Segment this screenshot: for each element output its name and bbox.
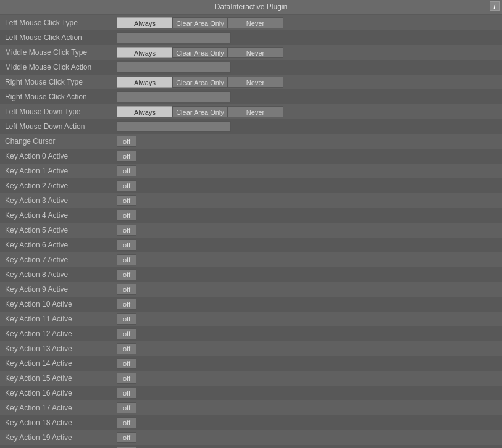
row-left-mouse-click-type: Left Mouse Click TypeAlwaysClear Area On… — [0, 15, 502, 30]
toggle-group-middle-mouse-click-type: AlwaysClear Area OnlyNever — [117, 47, 283, 58]
row-key-action-6: Key Action 6 Activeoff — [0, 238, 502, 252]
action-input-right-mouse-click-action[interactable] — [117, 91, 231, 102]
toggle-group-left-mouse-down-type: AlwaysClear Area OnlyNever — [117, 106, 283, 117]
off-button-key-action-9[interactable]: off — [117, 284, 136, 295]
row-key-action-17: Key Action 17 Activeoff — [0, 400, 502, 415]
row-middle-mouse-click-type: Middle Mouse Click TypeAlwaysClear Area … — [0, 45, 502, 60]
main-content: Left Mouse Click TypeAlwaysClear Area On… — [0, 14, 502, 448]
toggle-btn-left-mouse-down-type-always[interactable]: Always — [117, 106, 172, 117]
row-key-action-8: Key Action 8 Activeoff — [0, 267, 502, 282]
off-button-key-action-15[interactable]: off — [117, 373, 136, 384]
label-key-action-6: Key Action 6 Active — [2, 241, 117, 249]
label-left-mouse-click-action: Left Mouse Click Action — [2, 33, 117, 42]
row-key-action-11: Key Action 11 Activeoff — [0, 312, 502, 326]
label-key-action-13: Key Action 13 Active — [2, 344, 117, 353]
toggle-btn-left-mouse-click-type-never[interactable]: Never — [228, 17, 283, 28]
off-button-key-action-2[interactable]: off — [117, 180, 136, 191]
label-left-mouse-down-action: Left Mouse Down Action — [2, 122, 117, 131]
off-button-key-action-7[interactable]: off — [117, 254, 136, 265]
label-key-action-4: Key Action 4 Active — [2, 211, 117, 220]
label-key-action-3: Key Action 3 Active — [2, 196, 117, 205]
off-button-key-action-5[interactable]: off — [117, 225, 136, 236]
row-key-action-7: Key Action 7 Activeoff — [0, 252, 502, 267]
row-key-action-19: Key Action 19 Activeoff — [0, 430, 502, 445]
label-middle-mouse-click-action: Middle Mouse Click Action — [2, 63, 117, 72]
off-button-key-action-6[interactable]: off — [117, 239, 136, 251]
row-key-action-10: Key Action 10 Activeoff — [0, 297, 502, 312]
toggle-btn-right-mouse-click-type-clear-area-only[interactable]: Clear Area Only — [172, 77, 228, 88]
label-key-action-2: Key Action 2 Active — [2, 181, 117, 190]
off-button-key-action-11[interactable]: off — [117, 313, 136, 325]
row-key-action-12: Key Action 12 Activeoff — [0, 326, 502, 341]
row-left-mouse-down-type: Left Mouse Down TypeAlwaysClear Area Onl… — [0, 104, 502, 119]
toggle-btn-middle-mouse-click-type-always[interactable]: Always — [117, 47, 172, 58]
row-key-action-14: Key Action 14 Activeoff — [0, 356, 502, 371]
row-left-mouse-down-action: Left Mouse Down Action — [0, 119, 502, 134]
off-button-key-action-0[interactable]: off — [117, 151, 136, 162]
off-button-key-action-13[interactable]: off — [117, 343, 136, 354]
off-button-key-action-14[interactable]: off — [117, 358, 136, 369]
row-key-action-13: Key Action 13 Activeoff — [0, 341, 502, 356]
row-key-action-3: Key Action 3 Activeoff — [0, 193, 502, 208]
off-button-key-action-12[interactable]: off — [117, 328, 136, 339]
row-left-mouse-click-action: Left Mouse Click Action — [0, 30, 502, 45]
label-key-action-1: Key Action 1 Active — [2, 167, 117, 175]
toggle-btn-left-mouse-click-type-clear-area-only[interactable]: Clear Area Only — [172, 17, 228, 28]
label-change-cursor: Change Cursor — [2, 137, 117, 146]
action-input-left-mouse-down-action[interactable] — [117, 121, 231, 132]
content-area[interactable]: Left Mouse Click TypeAlwaysClear Area On… — [0, 14, 502, 448]
window-title: DataInteractive Plugin — [215, 2, 287, 11]
toggle-btn-left-mouse-down-type-never[interactable]: Never — [228, 106, 283, 117]
action-input-middle-mouse-click-action[interactable] — [117, 62, 231, 73]
row-key-action-9: Key Action 9 Activeoff — [0, 282, 502, 297]
row-key-action-15: Key Action 15 Activeoff — [0, 371, 502, 386]
toggle-group-left-mouse-click-type: AlwaysClear Area OnlyNever — [117, 17, 283, 28]
off-button-change-cursor[interactable]: off — [117, 136, 136, 147]
label-key-action-9: Key Action 9 Active — [2, 285, 117, 294]
label-left-mouse-click-type: Left Mouse Click Type — [2, 19, 117, 27]
label-key-action-17: Key Action 17 Active — [2, 404, 117, 412]
action-input-left-mouse-click-action[interactable] — [117, 32, 231, 43]
info-button[interactable]: i — [490, 1, 500, 11]
label-key-action-11: Key Action 11 Active — [2, 315, 117, 323]
label-left-mouse-down-type: Left Mouse Down Type — [2, 107, 117, 116]
row-key-action-2: Key Action 2 Activeoff — [0, 178, 502, 193]
row-key-action-16: Key Action 16 Activeoff — [0, 386, 502, 400]
label-key-action-14: Key Action 14 Active — [2, 359, 117, 368]
label-key-action-7: Key Action 7 Active — [2, 255, 117, 264]
off-button-key-action-10[interactable]: off — [117, 299, 136, 310]
row-key-action-18: Key Action 18 Activeoff — [0, 415, 502, 430]
off-button-key-action-16[interactable]: off — [117, 388, 136, 399]
title-bar: DataInteractive Plugin i — [0, 0, 502, 14]
label-middle-mouse-click-type: Middle Mouse Click Type — [2, 48, 117, 57]
row-right-mouse-click-type: Right Mouse Click TypeAlwaysClear Area O… — [0, 75, 502, 89]
label-key-action-15: Key Action 15 Active — [2, 374, 117, 383]
toggle-btn-left-mouse-click-type-always[interactable]: Always — [117, 17, 172, 28]
off-button-key-action-17[interactable]: off — [117, 402, 136, 413]
row-middle-mouse-click-action: Middle Mouse Click Action — [0, 60, 502, 75]
row-right-mouse-click-action: Right Mouse Click Action — [0, 89, 502, 104]
toggle-btn-middle-mouse-click-type-clear-area-only[interactable]: Clear Area Only — [172, 47, 228, 58]
row-key-action-1: Key Action 1 Activeoff — [0, 164, 502, 178]
toggle-btn-left-mouse-down-type-clear-area-only[interactable]: Clear Area Only — [172, 106, 228, 117]
toggle-btn-right-mouse-click-type-always[interactable]: Always — [117, 77, 172, 88]
row-change-cursor: Change Cursoroff — [0, 134, 502, 149]
off-button-key-action-18[interactable]: off — [117, 417, 136, 428]
off-button-key-action-8[interactable]: off — [117, 269, 136, 280]
off-button-key-action-3[interactable]: off — [117, 195, 136, 206]
label-key-action-16: Key Action 16 Active — [2, 389, 117, 397]
off-button-key-action-4[interactable]: off — [117, 210, 136, 221]
label-key-action-5: Key Action 5 Active — [2, 226, 117, 234]
toggle-btn-middle-mouse-click-type-never[interactable]: Never — [228, 47, 283, 58]
row-key-action-4: Key Action 4 Activeoff — [0, 208, 502, 223]
label-key-action-10: Key Action 10 Active — [2, 300, 117, 309]
label-key-action-8: Key Action 8 Active — [2, 270, 117, 279]
row-key-action-0: Key Action 0 Activeoff — [0, 149, 502, 164]
label-key-action-0: Key Action 0 Active — [2, 152, 117, 160]
label-key-action-18: Key Action 18 Active — [2, 418, 117, 427]
label-right-mouse-click-type: Right Mouse Click Type — [2, 78, 117, 86]
toggle-btn-right-mouse-click-type-never[interactable]: Never — [228, 77, 283, 88]
label-key-action-12: Key Action 12 Active — [2, 330, 117, 338]
off-button-key-action-1[interactable]: off — [117, 165, 136, 176]
off-button-key-action-19[interactable]: off — [117, 432, 136, 443]
